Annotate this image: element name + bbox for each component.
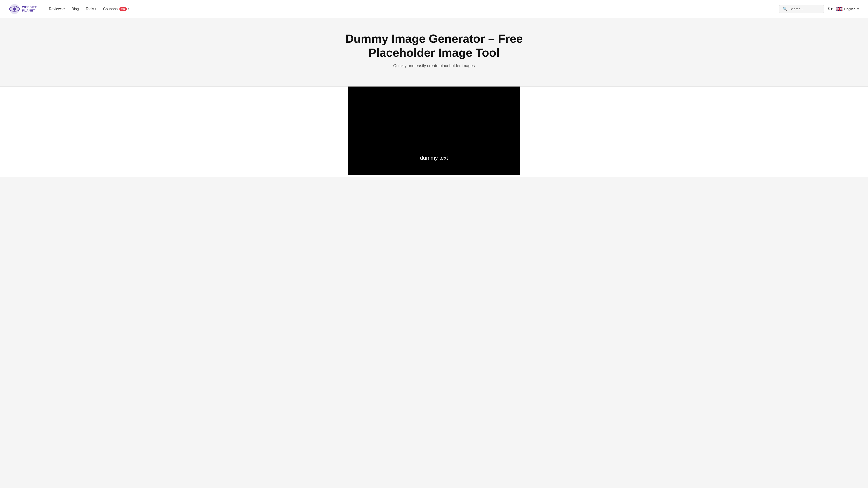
logo-planet-label: PLANET (22, 9, 37, 12)
currency-selector[interactable]: € ▾ (828, 7, 833, 11)
svg-point-2 (13, 7, 16, 11)
chevron-down-icon: ▾ (64, 7, 65, 10)
currency-symbol: € (828, 7, 830, 11)
currency-chevron-icon: ▾ (831, 7, 833, 11)
language-selector[interactable]: English ▾ (836, 7, 859, 11)
logo-text: WEBSITE PLANET (22, 6, 37, 12)
language-name: English (844, 7, 855, 11)
hero-section: Dummy Image Generator – Free Placeholder… (0, 18, 868, 86)
svg-point-3 (16, 6, 18, 7)
nav-tools[interactable]: Tools ▾ (83, 5, 99, 13)
nav-blog[interactable]: Blog (69, 5, 82, 13)
nav-tools-label: Tools (86, 7, 94, 11)
dummy-text-label: dummy text (420, 155, 448, 161)
page-title: Dummy Image Generator – Free Placeholder… (332, 32, 536, 60)
header-left: WEBSITE PLANET Reviews ▾ Blog Tools ▾ Co… (9, 4, 132, 14)
logo-link[interactable]: WEBSITE PLANET (9, 4, 37, 14)
nav-reviews-label: Reviews (49, 7, 62, 11)
language-chevron-icon: ▾ (857, 7, 859, 11)
search-icon: 🔍 (783, 7, 787, 11)
site-header: WEBSITE PLANET Reviews ▾ Blog Tools ▾ Co… (0, 0, 868, 18)
search-input[interactable] (789, 7, 820, 11)
preview-section: dummy text (0, 86, 868, 177)
page-subtitle: Quickly and easily create placeholder im… (9, 64, 859, 68)
dummy-image-preview: dummy text (348, 87, 520, 175)
coupons-badge: 99+ (119, 7, 127, 11)
main-nav: Reviews ▾ Blog Tools ▾ Coupons 99+ ▾ (46, 5, 132, 13)
header-right: 🔍 € ▾ English ▾ (779, 5, 859, 13)
coupons-chevron-down-icon: ▾ (128, 7, 129, 10)
logo-icon (9, 4, 20, 14)
preview-container: dummy text (348, 87, 520, 177)
nav-coupons[interactable]: Coupons 99+ ▾ (100, 5, 132, 13)
nav-blog-label: Blog (72, 7, 79, 11)
search-box[interactable]: 🔍 (779, 5, 824, 13)
uk-flag-icon (836, 7, 842, 11)
nav-reviews[interactable]: Reviews ▾ (46, 5, 67, 13)
nav-coupons-label: Coupons (103, 7, 118, 11)
tools-chevron-down-icon: ▾ (95, 7, 96, 10)
logo-website-label: WEBSITE (22, 6, 37, 9)
